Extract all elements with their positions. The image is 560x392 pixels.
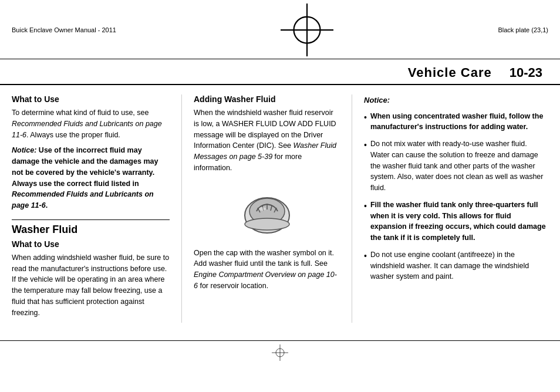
bullet-icon: • bbox=[364, 250, 367, 262]
adding-washer-para: When the windshield washer fluid reservo… bbox=[194, 107, 340, 174]
bullet-text-1: When using concentrated washer fluid, fo… bbox=[370, 111, 548, 133]
list-item: • Do not use engine coolant (antifreeze)… bbox=[364, 249, 548, 282]
washer-what-use-heading: What to Use bbox=[12, 239, 170, 249]
bottom-bar bbox=[0, 340, 560, 363]
svg-point-11 bbox=[259, 207, 266, 211]
right-column: Notice: • When using concentrated washer… bbox=[352, 94, 548, 323]
section-page: 10-23 bbox=[510, 65, 542, 80]
list-item: • Do not mix water with ready-to-use was… bbox=[364, 138, 548, 194]
bullet-icon: • bbox=[364, 139, 367, 151]
mid-column: Adding Washer Fluid When the windshield … bbox=[182, 94, 352, 323]
bullet-text-2: Do not mix water with ready-to-use washe… bbox=[370, 138, 548, 194]
bullet-icon: • bbox=[364, 111, 367, 124]
left-column: What to Use To determine what kind of fl… bbox=[12, 94, 182, 323]
top-bar: Buick Enclave Owner Manual - 2011 Black … bbox=[0, 0, 560, 59]
notice-list: • When using concentrated washer fluid, … bbox=[364, 111, 548, 283]
svg-point-10 bbox=[245, 218, 289, 230]
washer-cap-image bbox=[194, 183, 340, 242]
bullet-text-3: Fill the washer fluid tank only three-qu… bbox=[370, 200, 548, 244]
header-right: Black plate (23,1) bbox=[498, 26, 548, 33]
washer-cap-caption: Open the cap with the washer symbol on i… bbox=[194, 248, 340, 292]
bullet-icon: • bbox=[364, 200, 367, 212]
bullet-text-4: Do not use engine coolant (antifreeze) i… bbox=[370, 249, 548, 282]
washer-what-use-para: When adding windshield washer fluid, be … bbox=[12, 252, 170, 319]
notice-para: Notice: Use of the incorrect fluid may d… bbox=[12, 145, 170, 211]
bottom-crosshair-icon bbox=[272, 344, 288, 361]
crosshair-icon bbox=[281, 4, 333, 56]
what-to-use-heading: What to Use bbox=[12, 94, 170, 104]
right-notice-header: Notice: bbox=[364, 94, 548, 106]
section-title: Vehicle Care bbox=[408, 65, 492, 80]
list-item: • Fill the washer fluid tank only three-… bbox=[364, 200, 548, 244]
main-content: What to Use To determine what kind of fl… bbox=[0, 94, 560, 334]
header-left: Buick Enclave Owner Manual - 2011 bbox=[12, 26, 116, 33]
list-item: • When using concentrated washer fluid, … bbox=[364, 111, 548, 133]
section-title-bar: Vehicle Care 10-23 bbox=[0, 59, 560, 85]
washer-fluid-heading: Washer Fluid bbox=[12, 219, 170, 236]
washer-cap-svg bbox=[238, 183, 296, 242]
top-center bbox=[281, 4, 333, 56]
what-to-use-para: To determine what kind of fluid to use, … bbox=[12, 107, 170, 140]
adding-washer-heading: Adding Washer Fluid bbox=[194, 94, 340, 104]
